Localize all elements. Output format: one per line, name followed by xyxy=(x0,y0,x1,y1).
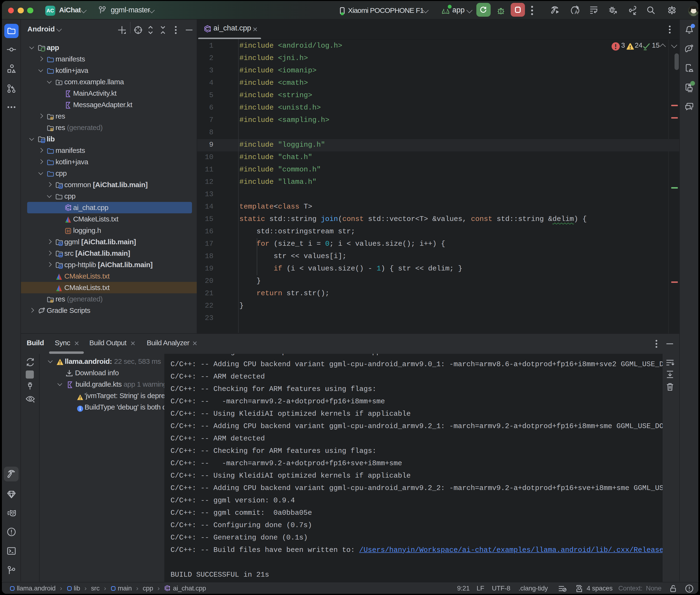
svg-text:H: H xyxy=(66,229,69,233)
svg-text:A: A xyxy=(574,9,578,15)
